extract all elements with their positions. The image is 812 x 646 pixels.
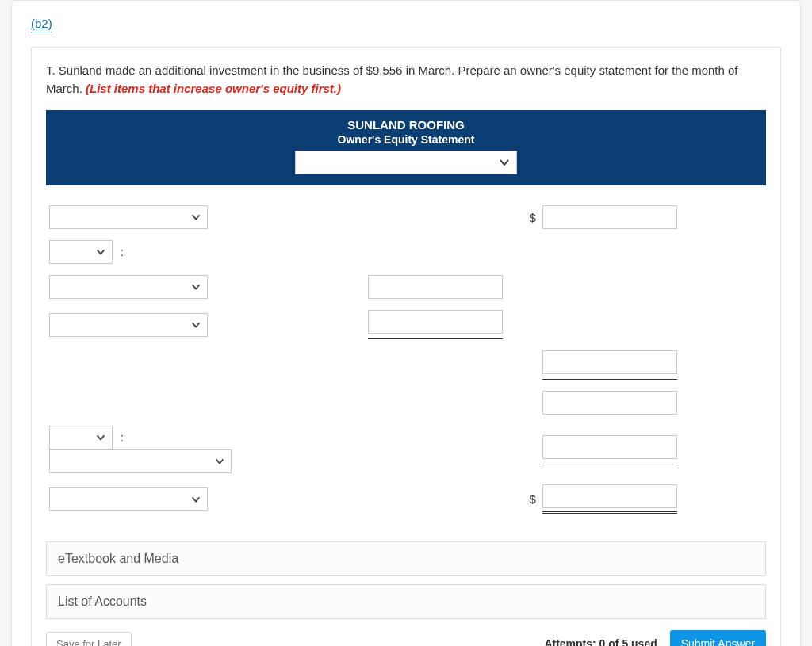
line3-account-select[interactable] [49, 275, 208, 299]
list-of-accounts-bar[interactable]: List of Accounts [46, 584, 766, 619]
line3-mid-input[interactable] [368, 275, 503, 299]
colon: : [116, 246, 128, 258]
submit-answer-button[interactable]: Submit Answer [670, 630, 766, 646]
question-card: (b2) T. Sunland made an additional inves… [11, 0, 801, 646]
line4-account-select[interactable] [49, 313, 208, 337]
group1-select[interactable] [49, 240, 113, 264]
line8-amount-input[interactable] [542, 484, 677, 508]
company-name: SUNLAND ROOFING [54, 118, 758, 132]
line1-amount-input[interactable] [542, 205, 677, 229]
statement-title: Owner's Equity Statement [54, 133, 758, 146]
question-panel: T. Sunland made an additional investment… [31, 47, 781, 646]
line5-amount-input[interactable] [542, 350, 677, 374]
line7-account-select[interactable] [49, 449, 232, 473]
period-select[interactable] [295, 151, 517, 174]
prompt: T. Sunland made an additional investment… [46, 62, 766, 97]
line7-amount-input[interactable] [542, 435, 677, 459]
save-for-later-button[interactable]: Save for Later [46, 632, 132, 647]
etextbook-media-bar[interactable]: eTextbook and Media [46, 541, 766, 576]
currency-symbol: $ [519, 479, 539, 519]
currency-symbol: $ [519, 200, 539, 235]
line1-account-select[interactable] [49, 205, 208, 229]
part-link[interactable]: (b2) [31, 17, 52, 32]
prompt-instruction: (List items that increase owner's equity… [86, 82, 341, 95]
equity-grid: $ : [46, 200, 766, 519]
statement-header: SUNLAND ROOFING Owner's Equity Statement [46, 110, 766, 185]
period-select-wrap [295, 151, 517, 174]
footer-row: Save for Later Attempts: 0 of 5 used Sub… [46, 630, 766, 646]
line4-mid-input[interactable] [368, 310, 503, 334]
attempts-text: Attempts: 0 of 5 used [544, 637, 657, 646]
colon: : [116, 431, 128, 444]
group2-select[interactable] [49, 426, 113, 449]
line6-amount-input[interactable] [542, 391, 677, 415]
line8-account-select[interactable] [49, 487, 208, 511]
